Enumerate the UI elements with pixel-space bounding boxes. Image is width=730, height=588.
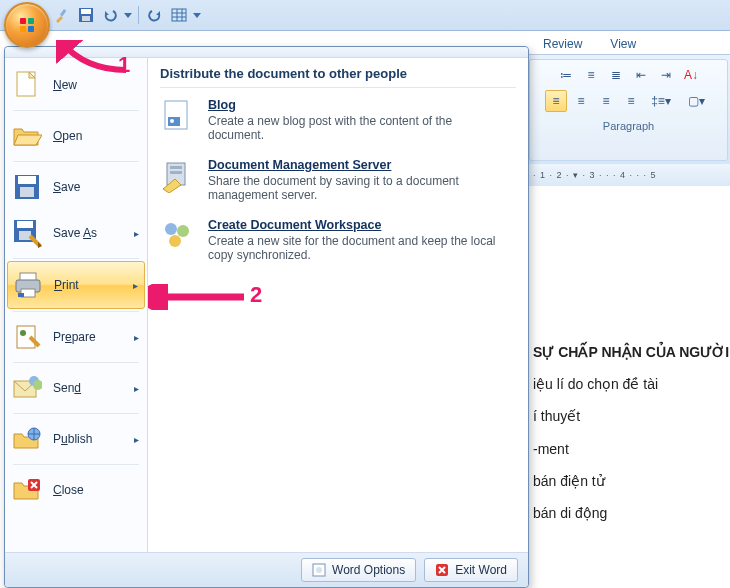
qat-dropdown-icon[interactable] bbox=[192, 4, 202, 26]
workspace-icon bbox=[160, 218, 196, 254]
word-options-button[interactable]: Word Options bbox=[301, 558, 416, 582]
line-spacing-icon[interactable]: ‡≡▾ bbox=[645, 90, 677, 112]
submenu-item-desc: Create a new site for the document and k… bbox=[208, 234, 508, 262]
menu-item-label: Save As bbox=[53, 226, 124, 240]
paintbrush-icon[interactable] bbox=[51, 4, 73, 26]
svg-rect-10 bbox=[20, 18, 26, 24]
svg-rect-37 bbox=[170, 171, 182, 174]
menu-item-label: Print bbox=[54, 278, 123, 292]
doc-line: bán điện tử bbox=[533, 465, 730, 497]
shading-icon[interactable]: ▢▾ bbox=[680, 90, 712, 112]
menu-item-new[interactable]: New bbox=[5, 62, 147, 108]
submenu-item-blog[interactable]: Blog Create a new blog post with the con… bbox=[160, 98, 516, 142]
svg-rect-13 bbox=[28, 26, 34, 32]
ruler: · 1 · 2 · ▾ · 3 · · · 4 · · · 5 bbox=[527, 164, 730, 187]
new-icon bbox=[11, 69, 43, 101]
submenu-item-desc: Share the document by saving it to a doc… bbox=[208, 174, 508, 202]
submenu-title: Distribute the document to other people bbox=[160, 66, 516, 88]
menu-item-prepare[interactable]: Prepare bbox=[5, 314, 147, 360]
svg-rect-33 bbox=[168, 117, 180, 126]
menu-item-label: Open bbox=[53, 129, 141, 143]
button-label: Word Options bbox=[332, 563, 405, 577]
svg-point-26 bbox=[20, 330, 26, 336]
decrease-indent-icon[interactable]: ⇤ bbox=[630, 64, 652, 86]
menu-item-save[interactable]: Save bbox=[5, 164, 147, 210]
paragraph-group-label: Paragraph bbox=[530, 120, 727, 132]
numbering-icon[interactable]: ≡ bbox=[580, 64, 602, 86]
align-right-icon[interactable]: ≡ bbox=[595, 90, 617, 112]
open-icon bbox=[11, 120, 43, 152]
document-body[interactable]: SỰ CHẤP NHẬN CỦA NGƯỜI iệu lí do chọn đề… bbox=[527, 186, 730, 588]
svg-rect-0 bbox=[60, 9, 66, 16]
print-icon bbox=[12, 269, 44, 301]
undo-dropdown-icon[interactable] bbox=[123, 4, 133, 26]
send-icon bbox=[11, 372, 43, 404]
publish-icon bbox=[11, 423, 43, 455]
menu-item-label: Close bbox=[53, 483, 141, 497]
align-center-icon[interactable]: ≡ bbox=[570, 90, 592, 112]
svg-rect-17 bbox=[20, 187, 34, 197]
tab-view[interactable]: View bbox=[606, 34, 640, 54]
redo-icon[interactable] bbox=[144, 4, 166, 26]
multilevel-icon[interactable]: ≣ bbox=[605, 64, 627, 86]
button-label: Exit Word bbox=[455, 563, 507, 577]
doc-line: í thuyết bbox=[533, 400, 730, 432]
menu-item-send[interactable]: Send bbox=[5, 365, 147, 411]
office-menu-right: Distribute the document to other people … bbox=[148, 58, 528, 552]
submenu-item-title: Blog bbox=[208, 98, 508, 112]
svg-rect-20 bbox=[19, 231, 31, 240]
menu-item-label: Send bbox=[53, 381, 124, 395]
menu-item-label: New bbox=[53, 78, 141, 92]
menu-item-label: Prepare bbox=[53, 330, 124, 344]
menu-item-publish[interactable]: Publish bbox=[5, 416, 147, 462]
ribbon-tabs: Review View bbox=[527, 30, 730, 54]
menu-item-saveas[interactable]: Save As bbox=[5, 210, 147, 256]
saveas-icon bbox=[11, 217, 43, 249]
align-left-icon[interactable]: ≡ bbox=[545, 90, 567, 112]
menu-item-close[interactable]: Close bbox=[5, 467, 147, 513]
bullets-icon[interactable]: ≔ bbox=[555, 64, 577, 86]
menu-item-open[interactable]: Open bbox=[5, 113, 147, 159]
tab-review[interactable]: Review bbox=[539, 34, 586, 54]
options-icon bbox=[312, 563, 326, 577]
svg-rect-3 bbox=[82, 16, 90, 21]
submenu-item-title: Document Management Server bbox=[208, 158, 508, 172]
justify-icon[interactable]: ≡ bbox=[620, 90, 642, 112]
close-icon bbox=[11, 474, 43, 506]
office-menu: New Open Save Save As bbox=[4, 46, 529, 588]
svg-rect-24 bbox=[18, 293, 24, 297]
undo-icon[interactable] bbox=[99, 4, 121, 26]
submenu-item-workspace[interactable]: Create Document Workspace Create a new s… bbox=[160, 218, 516, 262]
office-menu-left: New Open Save Save As bbox=[5, 58, 148, 552]
table-icon[interactable] bbox=[168, 4, 190, 26]
svg-rect-2 bbox=[81, 9, 91, 14]
increase-indent-icon[interactable]: ⇥ bbox=[655, 64, 677, 86]
svg-rect-11 bbox=[28, 18, 34, 24]
doc-line: SỰ CHẤP NHẬN CỦA NGƯỜI bbox=[533, 336, 730, 368]
svg-rect-19 bbox=[17, 221, 33, 228]
ribbon-content: ≔ ≡ ≣ ⇤ ⇥ A↓ ≡ ≡ ≡ ≡ ‡≡▾ ▢▾ Paragraph bbox=[527, 54, 730, 166]
paragraph-group: ≔ ≡ ≣ ⇤ ⇥ A↓ ≡ ≡ ≡ ≡ ‡≡▾ ▢▾ Paragraph bbox=[529, 59, 728, 161]
svg-point-40 bbox=[169, 235, 181, 247]
sort-icon[interactable]: A↓ bbox=[680, 64, 702, 86]
server-icon bbox=[160, 158, 196, 194]
menu-item-print[interactable]: Print bbox=[7, 261, 145, 309]
menu-item-label: Publish bbox=[53, 432, 124, 446]
svg-rect-16 bbox=[18, 176, 36, 184]
office-button[interactable] bbox=[4, 2, 50, 48]
submenu-item-dms[interactable]: Document Management Server Share the doc… bbox=[160, 158, 516, 202]
doc-line: iệu lí do chọn đề tài bbox=[533, 368, 730, 400]
doc-line: bán di động bbox=[533, 497, 730, 529]
blog-icon bbox=[160, 98, 196, 134]
svg-point-38 bbox=[165, 223, 177, 235]
save-icon[interactable] bbox=[75, 4, 97, 26]
save-menu-icon bbox=[11, 171, 43, 203]
submenu-item-title: Create Document Workspace bbox=[208, 218, 508, 232]
prepare-icon bbox=[11, 321, 43, 353]
exit-icon bbox=[435, 563, 449, 577]
quick-access-toolbar bbox=[0, 0, 730, 31]
exit-word-button[interactable]: Exit Word bbox=[424, 558, 518, 582]
svg-point-39 bbox=[177, 225, 189, 237]
svg-rect-36 bbox=[170, 166, 182, 169]
office-menu-footer: Word Options Exit Word bbox=[5, 552, 528, 587]
